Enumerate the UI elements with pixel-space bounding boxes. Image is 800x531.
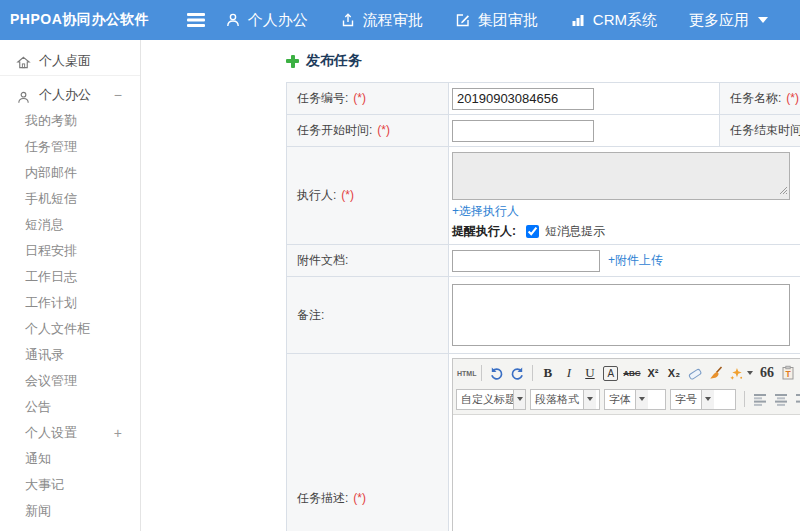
chevron-down-icon	[635, 390, 648, 409]
app-logo: PHPOA协同办公软件	[0, 11, 149, 29]
align-center-icon[interactable]	[770, 389, 791, 409]
home-icon	[16, 53, 31, 68]
publish-task-form: 任务编号:(*) 任务名称:(*) 任务开始时间:(*)	[286, 82, 800, 531]
sidebar-item-task-management[interactable]: 任务管理	[0, 134, 140, 160]
user-icon	[225, 12, 241, 28]
sidebar-item-news[interactable]: 新闻	[0, 498, 140, 524]
bar-chart-icon	[570, 12, 586, 28]
brush-format-icon[interactable]	[705, 363, 726, 383]
sidebar-item-milestones[interactable]: 大事记	[0, 472, 140, 498]
nav-more-apps[interactable]: 更多应用	[689, 11, 768, 30]
editor-toolbar: HTML B I U	[453, 359, 800, 415]
subscript-button[interactable]: X₂	[663, 363, 684, 383]
chevron-down-icon	[583, 390, 596, 409]
edit-pencil-icon	[455, 12, 471, 28]
strikethrough-button[interactable]: ABC	[621, 363, 642, 383]
add-plus-icon	[286, 55, 299, 68]
hamburger-menu-icon[interactable]	[187, 13, 197, 27]
eraser-remove-format-icon[interactable]	[684, 363, 705, 383]
font-style-button[interactable]: A	[603, 366, 618, 381]
paste-plain-text-icon[interactable]: T	[777, 363, 798, 383]
undo-icon[interactable]	[486, 363, 507, 383]
nav-crm-system[interactable]: CRM系统	[570, 11, 657, 30]
bold-button[interactable]: B	[537, 363, 558, 383]
italic-button[interactable]: I	[558, 363, 579, 383]
svg-text:T: T	[785, 369, 791, 379]
field-label-description: 任务描述:(*)	[287, 354, 449, 531]
align-right-icon[interactable]	[791, 389, 800, 409]
sidebar-item-contacts[interactable]: 通讯录	[0, 342, 140, 368]
underline-button[interactable]: U	[579, 363, 600, 383]
sms-remind-checkbox[interactable]	[526, 225, 539, 238]
editor-content-area[interactable]	[453, 415, 800, 531]
field-label-start-time: 任务开始时间:(*)	[287, 115, 449, 147]
custom-heading-select[interactable]: 自定义标题	[456, 389, 526, 410]
share-upload-icon	[340, 12, 356, 28]
redo-icon[interactable]	[507, 363, 528, 383]
executor-textarea[interactable]	[452, 152, 790, 200]
field-label-executor: 执行人:(*)	[287, 147, 449, 245]
sidebar-item-work-log[interactable]: 工作日志	[0, 264, 140, 290]
page-title-row: 发布任务	[286, 52, 800, 70]
expand-plus-icon[interactable]: +	[114, 420, 122, 446]
chevron-down-icon	[758, 17, 768, 23]
sidebar-item-schedule[interactable]: 日程安排	[0, 238, 140, 264]
sidebar-item-personal-office[interactable]: 个人办公 −	[0, 82, 140, 108]
field-label-attachment: 附件文档:	[287, 245, 449, 277]
field-label-task-name: 任务名称:(*)	[720, 83, 800, 115]
sidebar-item-personal-desktop[interactable]: 个人桌面	[0, 46, 140, 76]
sidebar-item-sms[interactable]: 手机短信	[0, 186, 140, 212]
attachment-upload-link[interactable]: +附件上传	[608, 252, 663, 269]
sidebar-item-work-plan[interactable]: 工作计划	[0, 290, 140, 316]
font-size-select[interactable]: 字号	[670, 389, 736, 410]
sidebar-item-personal-files[interactable]: 个人文件柜	[0, 316, 140, 342]
superscript-button[interactable]: X²	[642, 363, 663, 383]
remind-executor-label: 提醒执行人:	[452, 223, 516, 240]
user-icon	[16, 88, 31, 103]
sidebar: 个人桌面 个人办公 − 我的考勤 任务管理 内部邮件 手机短信 短消息 日程安排…	[0, 40, 141, 531]
align-left-icon[interactable]	[749, 389, 770, 409]
blockquote-button[interactable]: 66	[756, 363, 777, 383]
magic-format-dropdown[interactable]	[726, 363, 756, 383]
sms-remind-option-label: 短消息提示	[545, 223, 605, 240]
main-content: 发布任务 任务编号:(*) 任务名称:(*) 任务开始时	[142, 40, 800, 531]
nav-workflow-approval[interactable]: 流程审批	[340, 11, 423, 30]
app-window: PHPOA协同办公软件 个人办公 流程审批 集团审批	[0, 0, 800, 531]
sidebar-item-meeting-management[interactable]: 会议管理	[0, 368, 140, 394]
page-title: 发布任务	[306, 52, 362, 70]
paragraph-format-select[interactable]: 段落格式	[530, 389, 600, 410]
sidebar-item-short-message[interactable]: 短消息	[0, 212, 140, 238]
nav-group-approval[interactable]: 集团审批	[455, 11, 538, 30]
sidebar-item-internal-mail[interactable]: 内部邮件	[0, 160, 140, 186]
sidebar-item-notice[interactable]: 通知	[0, 446, 140, 472]
sidebar-item-personal-settings[interactable]: 个人设置 +	[0, 420, 140, 446]
start-time-input[interactable]	[452, 120, 594, 142]
sidebar-item-my-attendance[interactable]: 我的考勤	[0, 108, 140, 134]
top-nav: 个人办公 流程审批 集团审批 CRM系统 更多应用	[225, 11, 800, 30]
nav-personal-office[interactable]: 个人办公	[225, 11, 308, 30]
source-code-button[interactable]: HTML	[456, 363, 477, 383]
collapse-minus-icon[interactable]: −	[114, 82, 122, 108]
resize-grip-icon[interactable]	[779, 184, 788, 198]
sidebar-item-announcement[interactable]: 公告	[0, 394, 140, 420]
remark-textarea[interactable]	[452, 284, 790, 346]
chevron-down-icon	[747, 371, 753, 375]
rich-text-editor: HTML B I U	[452, 358, 800, 531]
chevron-down-icon	[513, 390, 525, 409]
task-number-input[interactable]	[452, 88, 594, 110]
chevron-down-icon	[701, 390, 714, 409]
attachment-input[interactable]	[452, 250, 600, 272]
field-label-end-time: 任务结束时间:(*)	[720, 115, 800, 147]
field-label-task-number: 任务编号:(*)	[287, 83, 449, 115]
choose-executor-link[interactable]: +选择执行人	[452, 204, 519, 218]
top-bar: PHPOA协同办公软件 个人办公 流程审批 集团审批	[0, 0, 800, 40]
font-family-select[interactable]: 字体	[604, 389, 666, 410]
field-label-remark: 备注:	[287, 277, 449, 354]
